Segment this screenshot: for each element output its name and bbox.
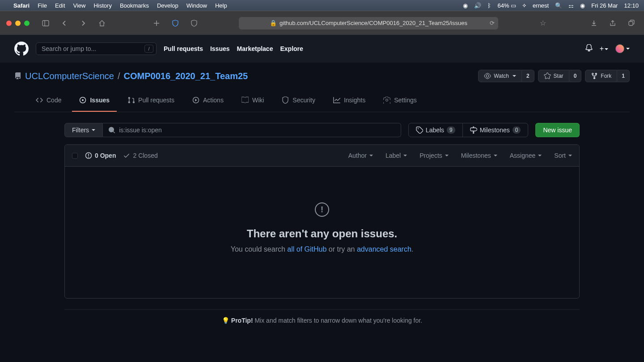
menu-file[interactable]: File [38, 2, 47, 9]
filters-dropdown[interactable]: Filters [64, 123, 103, 137]
nav-explore[interactable]: Explore [280, 45, 303, 52]
star-count[interactable]: 0 [569, 70, 582, 82]
tab-actions[interactable]: Actions [185, 93, 231, 112]
repo-name-link[interactable]: COMP0016_2020_21_Team25 [124, 71, 248, 81]
menu-help[interactable]: Help [215, 2, 227, 9]
tab-pull-requests[interactable]: Pull requests [120, 93, 182, 112]
new-tab-button[interactable] [150, 17, 163, 29]
issue-list-header: 0 Open 2 Closed Author Label Projects Mi… [65, 145, 579, 167]
downloads-button[interactable] [588, 17, 600, 29]
milestones-button[interactable]: Milestones0 [462, 123, 528, 137]
volume-icon[interactable]: 🔊 [474, 2, 481, 9]
repo-owner-link[interactable]: UCLComputerScience [25, 71, 114, 81]
siri-icon[interactable]: ◉ [580, 2, 585, 9]
search-all-github-link[interactable]: all of GitHub [287, 245, 326, 253]
github-logo-icon[interactable] [14, 42, 29, 56]
author-filter[interactable]: Author [348, 152, 373, 159]
issues-content: Filters is:issue is:open Labels9 Milesto… [50, 112, 594, 342]
menu-history[interactable]: History [93, 2, 111, 9]
github-search-input[interactable]: Search or jump to... / [36, 42, 157, 55]
search-placeholder: Search or jump to... [42, 45, 96, 52]
date-display[interactable]: Fri 26 Mar [591, 2, 618, 9]
spotlight-icon[interactable]: 🔍 [555, 2, 562, 9]
user-avatar-dropdown[interactable] [615, 44, 630, 53]
back-button[interactable] [58, 17, 71, 29]
fork-button[interactable]: Fork [585, 70, 617, 82]
issue-alert-icon: ! [315, 202, 329, 217]
assignee-filter[interactable]: Assignee [510, 152, 542, 159]
tracking-protection-icon[interactable] [169, 17, 182, 29]
home-button[interactable] [96, 17, 108, 29]
reload-button[interactable]: ⟳ [490, 20, 495, 26]
control-center-icon[interactable]: ⚏ [568, 2, 574, 9]
battery-indicator[interactable]: 64% ▭ [497, 2, 516, 9]
svg-point-4 [82, 99, 84, 101]
address-bar[interactable]: 🔒 github.com/UCLComputerScience/COMP0016… [239, 17, 498, 29]
open-issues-tab[interactable]: 0 Open [85, 152, 116, 159]
issue-search-input[interactable]: is:issue is:open [103, 123, 401, 137]
privacy-report-icon[interactable] [188, 17, 200, 29]
repo-tabs: Code Issues Pull requests Actions Wiki S… [14, 93, 630, 112]
now-playing-icon[interactable]: ◉ [463, 2, 468, 9]
star-button[interactable]: Star [538, 70, 569, 82]
safari-toolbar: 🔒 github.com/UCLComputerScience/COMP0016… [0, 11, 644, 35]
separator: / [118, 71, 120, 81]
window-controls [6, 21, 30, 26]
nav-marketplace[interactable]: Marketplace [237, 45, 273, 52]
minimize-window-button[interactable] [15, 21, 21, 26]
menu-edit[interactable]: Edit [55, 2, 65, 9]
bookmark-button[interactable]: ☆ [537, 17, 549, 29]
menu-develop[interactable]: Develop [157, 2, 178, 9]
search-value: is:issue is:open [119, 126, 162, 134]
nav-issues[interactable]: Issues [210, 45, 230, 52]
menu-bookmarks[interactable]: Bookmarks [120, 2, 149, 9]
closed-issues-tab[interactable]: 2 Closed [123, 152, 157, 159]
projects-filter[interactable]: Projects [419, 152, 449, 159]
labels-button[interactable]: Labels9 [409, 123, 462, 137]
fullscreen-window-button[interactable] [24, 21, 30, 26]
milestones-filter[interactable]: Milestones [461, 152, 497, 159]
sort-filter[interactable]: Sort [554, 152, 572, 159]
select-all-checkbox[interactable] [72, 153, 78, 159]
tab-wiki[interactable]: Wiki [234, 93, 271, 112]
mac-menubar: Safari File Edit View History Bookmarks … [0, 0, 644, 11]
tab-insights[interactable]: Insights [326, 93, 373, 112]
menu-window[interactable]: Window [186, 2, 207, 9]
empty-description: You could search all of GitHub or try an… [83, 245, 561, 253]
search-hotkey-badge: / [144, 45, 153, 53]
repo-header: UCLComputerScience / COMP0016_2020_21_Te… [0, 63, 644, 112]
tabs-button[interactable] [625, 17, 638, 29]
fork-count[interactable]: 1 [617, 70, 630, 82]
menu-view[interactable]: View [73, 2, 86, 9]
tab-settings[interactable]: Settings [376, 93, 424, 112]
notifications-icon[interactable] [585, 44, 593, 53]
bluetooth-icon[interactable]: ᛒ [487, 2, 491, 9]
share-button[interactable] [606, 17, 619, 29]
tab-code[interactable]: Code [29, 93, 68, 112]
protip: 💡 ProTip! Mix and match filters to narro… [64, 309, 580, 331]
advanced-search-link[interactable]: advanced search [357, 245, 411, 253]
create-new-dropdown[interactable]: + [600, 45, 608, 53]
lightbulb-icon: 💡 [222, 317, 229, 324]
github-header: Search or jump to... / Pull requests Iss… [0, 35, 644, 63]
nav-pull-requests[interactable]: Pull requests [164, 45, 203, 52]
lock-icon: 🔒 [270, 20, 277, 26]
app-menu[interactable]: Safari [13, 2, 30, 9]
new-issue-button[interactable]: New issue [535, 123, 580, 137]
wifi-icon[interactable]: ⟡ [522, 2, 526, 9]
empty-title: There aren't any open issues. [83, 227, 561, 240]
sidebar-toggle-icon[interactable] [39, 17, 52, 29]
svg-point-6 [418, 128, 419, 129]
url-text: github.com/UCLComputerScience/COMP0016_2… [280, 20, 467, 26]
close-window-button[interactable] [6, 21, 12, 26]
repo-icon [14, 72, 21, 80]
watch-button[interactable]: Watch [478, 70, 522, 82]
watch-count[interactable]: 2 [522, 70, 534, 82]
tab-issues[interactable]: Issues [72, 93, 117, 112]
forward-button[interactable] [77, 17, 89, 29]
svg-rect-2 [629, 21, 633, 25]
label-filter[interactable]: Label [386, 152, 407, 159]
user-menu[interactable]: ernest [533, 2, 549, 9]
tab-security[interactable]: Security [275, 93, 322, 112]
time-display[interactable]: 12:10 [624, 2, 639, 9]
